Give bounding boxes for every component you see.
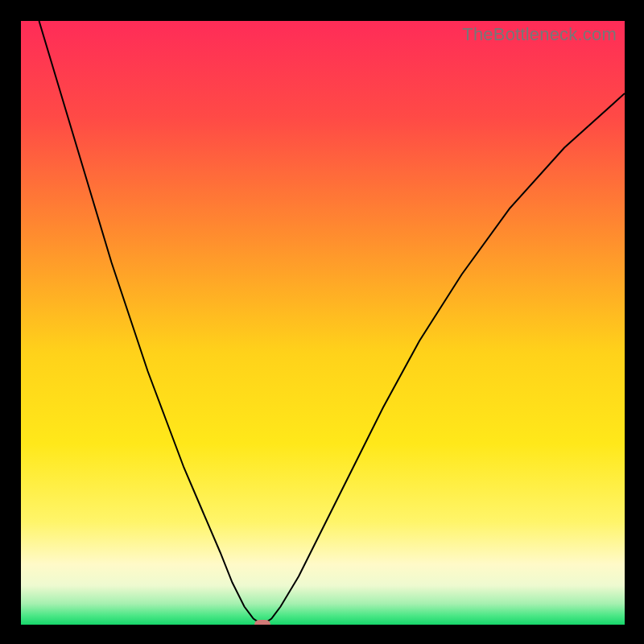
chart-frame: TheBottleneck.com — [0, 0, 644, 644]
bottleneck-curve — [21, 21, 625, 625]
plot-area: TheBottleneck.com — [21, 21, 625, 625]
minimum-marker — [254, 620, 270, 625]
